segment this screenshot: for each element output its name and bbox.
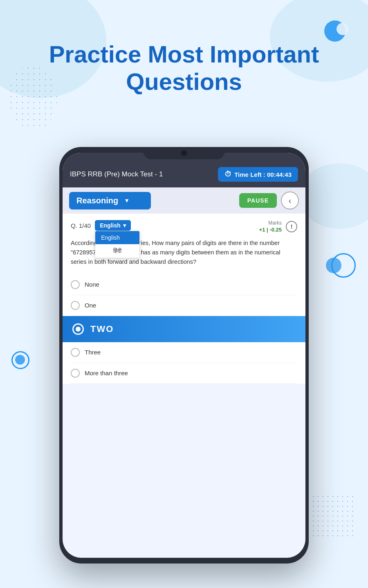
option-one-radio <box>71 301 80 310</box>
info-icon[interactable]: ! <box>286 221 297 232</box>
lang-arrow-icon: ▾ <box>123 222 126 229</box>
dot-pattern-bottom-right <box>311 494 356 539</box>
phone-frame: IBPS RRB (Pre) Mock Test - 1 ⏱ Time Left… <box>59 147 309 564</box>
option-three-radio <box>71 348 80 357</box>
option-none-radio <box>71 280 80 289</box>
circle-decoration-mid-right <box>331 253 356 278</box>
question-number-lang: Q. 1/40 English ▾ English हिंदी <box>71 220 131 231</box>
language-menu: English हिंदी <box>95 231 140 258</box>
option-more-than-three[interactable]: More than three <box>71 363 297 384</box>
subject-dropdown[interactable]: Reasoning ▼ <box>69 192 151 209</box>
option-more-than-three-radio <box>71 369 80 378</box>
selected-option-text: TWO <box>90 324 114 334</box>
lang-option-english[interactable]: English <box>95 231 139 244</box>
notch-camera <box>181 150 187 156</box>
option-three-label: Three <box>85 349 101 356</box>
question-number: Q. 1/40 <box>71 222 91 229</box>
marks-value: +1 | -0.25 <box>259 227 282 233</box>
lang-option-hindi[interactable]: हिंदी <box>95 244 139 258</box>
option-none[interactable]: None <box>71 274 297 295</box>
phone-screen: IBPS RRB (Pre) Mock Test - 1 ⏱ Time Left… <box>63 153 305 558</box>
test-title: IBPS RRB (Pre) Mock Test - 1 <box>70 170 163 178</box>
option-more-than-three-label: More than three <box>85 370 128 376</box>
subject-controls: PAUSE ‹ <box>239 192 299 209</box>
phone-mockup: IBPS RRB (Pre) Mock Test - 1 ⏱ Time Left… <box>59 147 309 564</box>
main-title: Practice Most Important Questions <box>0 41 368 95</box>
bottom-options: Three More than three <box>63 342 305 384</box>
options-list: None One <box>71 274 297 316</box>
back-button[interactable]: ‹ <box>281 192 299 209</box>
bg-blob-mid-right <box>298 163 368 229</box>
option-three[interactable]: Three <box>71 342 297 363</box>
language-button[interactable]: English ▾ <box>95 220 131 231</box>
title-line2: Questions <box>126 68 242 95</box>
title-line1: Practice Most Important <box>49 41 319 67</box>
option-none-label: None <box>85 281 99 288</box>
pause-button[interactable]: PAUSE <box>239 193 277 208</box>
question-meta: Q. 1/40 English ▾ English हिंदी <box>71 220 297 233</box>
selected-radio-icon <box>72 323 84 335</box>
subject-bar: Reasoning ▼ PAUSE ‹ <box>63 187 305 214</box>
option-one-label: One <box>85 302 96 309</box>
timer-icon: ⏱ <box>224 170 231 178</box>
timer-label: Time Left : 00:44:43 <box>234 171 292 178</box>
selected-option-banner[interactable]: TWO <box>63 316 305 342</box>
marks-label: Marks <box>268 220 282 226</box>
timer-badge: ⏱ Time Left : 00:44:43 <box>218 167 298 182</box>
language-selected: English <box>100 222 121 229</box>
subject-name: Reasoning <box>76 196 118 205</box>
circle-decoration-top-right <box>324 20 346 42</box>
marks-section: Marks +1 | -0.25 ! <box>259 220 297 233</box>
question-area: Q. 1/40 English ▾ English हिंदी <box>63 214 305 316</box>
marks-info: Marks +1 | -0.25 <box>259 220 282 233</box>
subject-dropdown-arrow: ▼ <box>124 197 130 204</box>
bottom-options-list: Three More than three <box>71 342 297 384</box>
option-one[interactable]: One <box>71 295 297 316</box>
phone-notch <box>143 147 225 159</box>
circle-decoration-left <box>11 351 29 369</box>
language-dropdown[interactable]: English ▾ English हिंदी <box>95 220 131 231</box>
